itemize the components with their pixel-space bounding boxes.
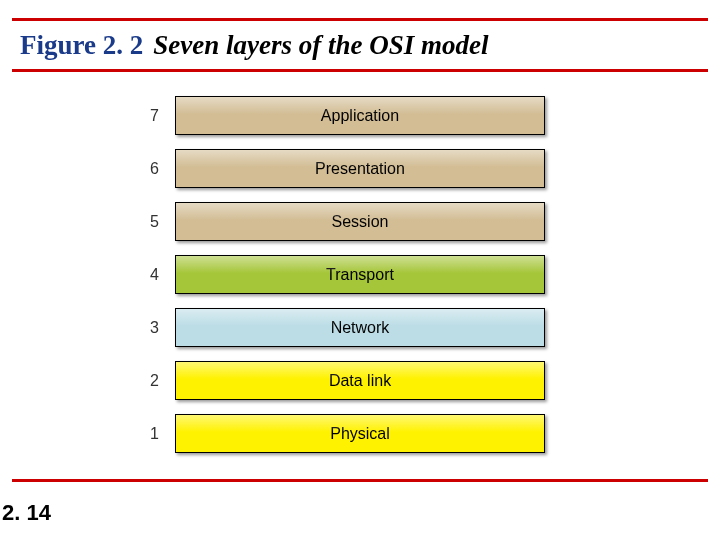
layer-label: Data link (329, 372, 391, 390)
layer-number: 4 (145, 266, 175, 284)
layer-box-application: Application (175, 96, 545, 135)
layer-label: Session (332, 213, 389, 231)
layer-number: 3 (145, 319, 175, 337)
layer-label: Network (331, 319, 390, 337)
layer-number: 5 (145, 213, 175, 231)
layer-box-transport: Transport (175, 255, 545, 294)
layer-row-1: 1 Physical (12, 414, 708, 453)
layer-label: Transport (326, 266, 394, 284)
layer-number: 7 (145, 107, 175, 125)
footer-rule (12, 479, 708, 482)
figure-title: Seven layers of the OSI model (153, 30, 488, 60)
title-row: Figure 2. 2 Seven layers of the OSI mode… (12, 24, 708, 69)
layer-box-network: Network (175, 308, 545, 347)
layer-row-7: 7 Application (12, 96, 708, 135)
page-number: 2. 14 (2, 500, 51, 526)
layer-box-session: Session (175, 202, 545, 241)
layer-row-2: 2 Data link (12, 361, 708, 400)
layer-box-datalink: Data link (175, 361, 545, 400)
layer-label: Application (321, 107, 399, 125)
layer-number: 6 (145, 160, 175, 178)
layer-number: 1 (145, 425, 175, 443)
layer-row-6: 6 Presentation (12, 149, 708, 188)
slide-container: Figure 2. 2 Seven layers of the OSI mode… (0, 0, 720, 540)
layers-area: 7 Application 6 Presentation 5 Session 4… (12, 90, 708, 459)
layer-box-presentation: Presentation (175, 149, 545, 188)
layer-row-4: 4 Transport (12, 255, 708, 294)
layer-row-5: 5 Session (12, 202, 708, 241)
layer-label: Presentation (315, 160, 405, 178)
header-rule-bottom (12, 69, 708, 72)
figure-label: Figure 2. 2 (20, 30, 143, 60)
layer-number: 2 (145, 372, 175, 390)
layer-label: Physical (330, 425, 390, 443)
header-rule-top (12, 18, 708, 21)
layer-box-physical: Physical (175, 414, 545, 453)
layer-row-3: 3 Network (12, 308, 708, 347)
